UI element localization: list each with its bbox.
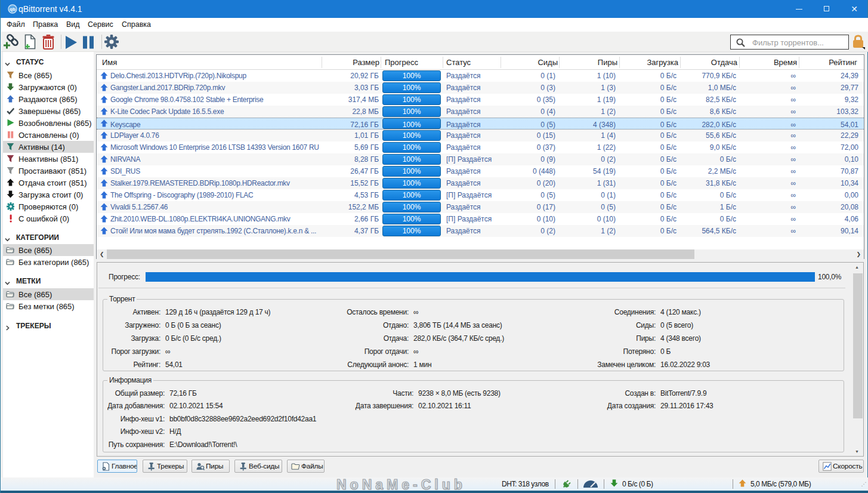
svg-text:qb: qb bbox=[10, 7, 16, 12]
